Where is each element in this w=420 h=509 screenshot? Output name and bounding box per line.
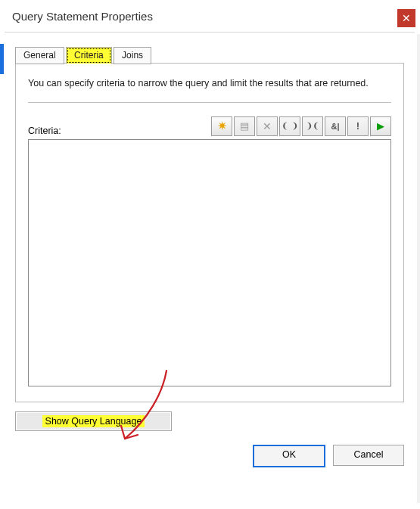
group-button[interactable]: ❨ ❩ — [279, 116, 300, 136]
dialog-button-row: OK Cancel — [5, 445, 415, 467]
not-button[interactable]: ! — [347, 116, 369, 136]
not-icon: ! — [356, 120, 359, 132]
delete-button[interactable]: ✕ — [257, 116, 278, 136]
ok-button[interactable]: OK — [253, 445, 325, 467]
criteria-toolbar: ✷ ▤ ✕ ❨ ❩ ❩❨ &| ! — [211, 116, 391, 136]
close-icon: ✕ — [402, 12, 411, 24]
properties-button[interactable]: ▤ — [234, 116, 255, 136]
ungroup-icon: ❩❨ — [306, 121, 319, 131]
new-criterion-button[interactable]: ✷ — [211, 116, 232, 136]
delete-icon: ✕ — [263, 120, 272, 132]
and-or-icon: &| — [331, 122, 339, 131]
show-query-language-button[interactable]: Show Query Language — [15, 411, 172, 431]
starburst-icon: ✷ — [217, 119, 227, 133]
tab-body-criteria: You can specify criteria to narrow the q… — [15, 63, 404, 402]
properties-icon: ▤ — [240, 120, 249, 132]
tab-strip: General Criteria Joins — [15, 46, 415, 63]
show-query-language-label: Show Query Language — [42, 415, 145, 427]
criteria-explanation: You can specify criteria to narrow the q… — [28, 77, 391, 99]
tab-general[interactable]: General — [15, 47, 64, 64]
close-button[interactable]: ✕ — [397, 9, 415, 27]
query-statement-properties-dialog: Query Statement Properties ✕ General Cri… — [5, 0, 415, 467]
separator — [28, 102, 391, 103]
run-button[interactable]: ▶ — [370, 116, 391, 136]
group-icon: ❨ ❩ — [282, 121, 297, 131]
dialog-title: Query Statement Properties — [5, 10, 153, 23]
cancel-button[interactable]: Cancel — [333, 445, 404, 466]
play-icon: ▶ — [377, 120, 384, 132]
ungroup-button[interactable]: ❩❨ — [302, 116, 323, 136]
tab-joins[interactable]: Joins — [114, 47, 151, 64]
title-bar: Query Statement Properties ✕ — [5, 0, 415, 33]
criteria-listbox[interactable] — [28, 139, 391, 386]
and-or-button[interactable]: &| — [325, 116, 346, 136]
tab-criteria[interactable]: Criteria — [66, 47, 112, 64]
criteria-label: Criteria: — [28, 126, 61, 136]
